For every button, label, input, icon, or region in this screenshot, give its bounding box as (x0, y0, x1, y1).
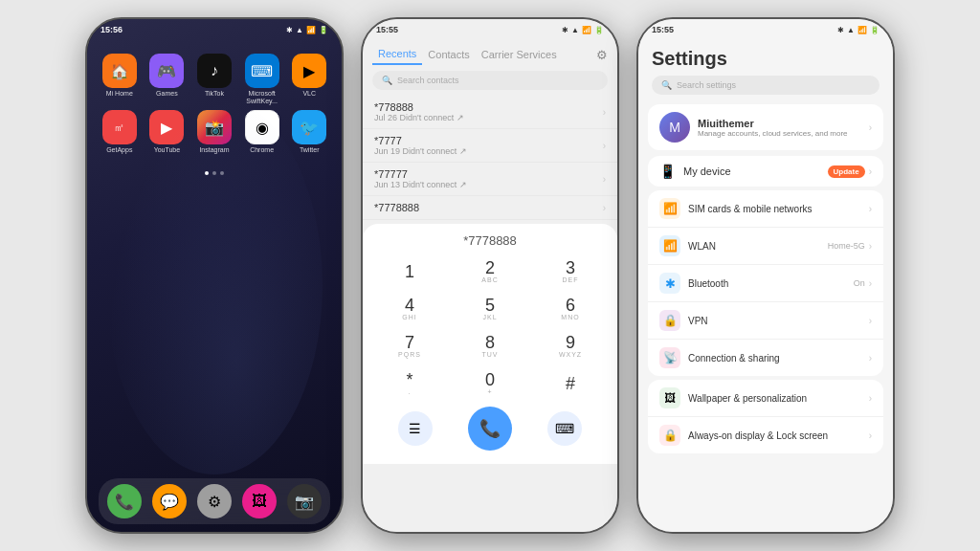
dialer-search[interactable]: 🔍 Search contacts (372, 71, 608, 90)
phone-3: 15:55 ✱ ▲ 📶 🔋 Settings 🔍 Search settings… (636, 17, 895, 534)
gear-icon[interactable]: ⚙ (596, 48, 608, 62)
vpn-icon: 🔒 (659, 310, 680, 331)
settings-row-wallpaper[interactable]: 🖼 Wallpaper & personalization › (648, 380, 883, 417)
settings-row-sim[interactable]: 📶 SIM cards & mobile networks › (648, 190, 883, 228)
my-device-left: 📱 My device (659, 164, 731, 179)
key-2[interactable]: 2ABC (451, 253, 529, 289)
chevron-right-icon: › (869, 204, 872, 214)
app-games[interactable]: 🎮 Games (146, 54, 189, 104)
dialpad-menu-button[interactable]: ☰ (398, 411, 433, 446)
chevron-right-icon: › (869, 316, 872, 326)
keyboard-button[interactable]: ⌨ (547, 411, 582, 446)
app-youtube[interactable]: ▶ YouTube (146, 110, 189, 154)
recent-call-3[interactable]: *77777 Jun 13 Didn't connect ↗ › (363, 163, 617, 196)
dialer-tabs: Recents Contacts Carrier Services ⚙ (363, 40, 617, 65)
sim-icon: 📶 (659, 198, 680, 219)
tab-contacts[interactable]: Contacts (422, 45, 475, 64)
profile-left: M Miuithemer Manage accounts, cloud serv… (659, 112, 848, 143)
app-mihome[interactable]: 🏠 Mi Home (99, 54, 141, 104)
key-star[interactable]: *. (370, 365, 449, 401)
key-0[interactable]: 0+ (451, 365, 529, 401)
tab-recents[interactable]: Recents (372, 44, 422, 65)
app-tiktok[interactable]: ♪ TikTok (193, 54, 235, 104)
settings-section-display: 🖼 Wallpaper & personalization › 🔒 Always… (648, 380, 883, 453)
settings-title: Settings (652, 48, 880, 70)
profile-info: Miuithemer Manage accounts, cloud servic… (698, 118, 848, 138)
dot-2 (212, 171, 216, 175)
status-bar-phone1: 15:56 ✱ ▲ 📶 🔋 (87, 19, 342, 40)
wifi-icon: 📶 (659, 235, 680, 256)
chevron-right-icon: › (869, 393, 872, 404)
dock-settings[interactable]: ⚙ (197, 484, 232, 518)
app-getapps[interactable]: ㎡ GetApps (99, 110, 141, 154)
status-bar-phone3: 15:55 ✱ ▲ 📶 🔋 (638, 19, 893, 40)
dialpad-grid: 1 2ABC 3DEF 4GHI 5JKL 6MNO 7PQRS 8TUV 9W… (370, 253, 610, 401)
dock: 📞 💬 ⚙ 🖼 📷 (99, 478, 330, 524)
app-chrome[interactable]: ◉ Chrome (241, 110, 283, 154)
app-grid-row1: 🏠 Mi Home 🎮 Games ♪ TikTok ⌨ Microsoft S… (87, 44, 342, 164)
recent-call-2[interactable]: *7777 Jun 19 Didn't connect ↗ › (363, 129, 617, 163)
chevron-right-icon: › (869, 353, 872, 364)
dot-3 (220, 171, 224, 175)
status-icons-phone2: ✱ ▲ 📶 🔋 (562, 26, 604, 34)
arrow-icon: › (603, 141, 606, 151)
time-phone2: 15:55 (376, 25, 398, 34)
phone-2: 15:55 ✱ ▲ 📶 🔋 Recents Contacts Carrier S… (361, 17, 619, 534)
recent-call-1[interactable]: *778888 Jul 26 Didn't connect ↗ › (363, 96, 617, 129)
dialer-actions: ☰ 📞 ⌨ (370, 401, 610, 458)
recent-call-4[interactable]: *7778888 › (363, 196, 617, 220)
app-instagram[interactable]: 📸 Instagram (193, 110, 235, 154)
dialpad-area: *7778888 1 2ABC 3DEF 4GHI 5JKL 6MNO 7PQR… (363, 224, 617, 464)
device-icon: 📱 (659, 164, 676, 179)
app-swiftkey[interactable]: ⌨ Microsoft SwiftKey... (241, 54, 283, 104)
arrow-icon: › (603, 174, 606, 185)
app-twitter[interactable]: 🐦 Twitter (288, 110, 330, 154)
status-bar-phone2: 15:55 ✱ ▲ 📶 🔋 (363, 19, 617, 40)
call-button[interactable]: 📞 (468, 407, 512, 451)
bluetooth-icon: ✱ (659, 273, 680, 294)
settings-search[interactable]: 🔍 Search settings (652, 76, 880, 95)
arrow-icon: › (603, 107, 606, 118)
connection-sharing-icon: 📡 (659, 347, 680, 368)
settings-header: Settings 🔍 Search settings (638, 40, 893, 99)
chevron-right-icon: › (869, 241, 872, 252)
settings-section-network: 📶 SIM cards & mobile networks › 📶 WLAN H… (648, 190, 883, 376)
chevron-right-icon: › (869, 122, 872, 133)
key-1[interactable]: 1 (370, 253, 449, 289)
dock-gallery[interactable]: 🖼 (242, 484, 277, 518)
search-icon: 🔍 (382, 76, 392, 85)
tab-carrier-services[interactable]: Carrier Services (476, 45, 563, 64)
settings-profile[interactable]: M Miuithemer Manage accounts, cloud serv… (648, 104, 883, 150)
phone-1: 15:56 ✱ ▲ 📶 🔋 🏠 Mi Home 🎮 Games (85, 17, 344, 534)
settings-row-wlan[interactable]: 📶 WLAN Home-5G › (648, 228, 883, 265)
key-9[interactable]: 9WXYZ (531, 328, 610, 364)
dock-camera[interactable]: 📷 (287, 484, 322, 518)
avatar: M (659, 112, 690, 143)
settings-row-vpn[interactable]: 🔒 VPN › (648, 302, 883, 340)
wallpaper-icon: 🖼 (659, 387, 680, 408)
key-8[interactable]: 8TUV (451, 328, 529, 364)
key-hash[interactable]: # (531, 365, 610, 401)
key-4[interactable]: 4GHI (370, 291, 449, 326)
chevron-right-icon: › (869, 430, 872, 441)
time-phone1: 15:56 (100, 25, 122, 34)
settings-row-lock-screen[interactable]: 🔒 Always-on display & Lock screen › (648, 417, 883, 453)
my-device-row[interactable]: 📱 My device Update › (648, 156, 883, 187)
dock-messages[interactable]: 💬 (152, 484, 187, 518)
dot-1 (205, 171, 209, 175)
key-3[interactable]: 3DEF (531, 253, 610, 289)
page-dots (87, 171, 342, 175)
settings-row-bluetooth[interactable]: ✱ Bluetooth On › (648, 265, 883, 302)
key-6[interactable]: 6MNO (531, 291, 610, 326)
my-device-right: Update › (828, 165, 872, 178)
key-7[interactable]: 7PQRS (370, 328, 449, 364)
status-icons-phone3: ✱ ▲ 📶 🔋 (837, 26, 880, 34)
lock-screen-icon: 🔒 (659, 425, 680, 446)
app-vlc[interactable]: ▶ VLC (288, 54, 330, 104)
status-icons-phone1: ✱ ▲ 📶 🔋 (286, 26, 328, 34)
settings-row-connection-sharing[interactable]: 📡 Connection & sharing › (648, 340, 883, 376)
dialpad-display: *7778888 (370, 230, 610, 253)
dock-phone[interactable]: 📞 (107, 484, 142, 518)
key-5[interactable]: 5JKL (451, 291, 529, 326)
arrow-icon: › (603, 203, 606, 213)
